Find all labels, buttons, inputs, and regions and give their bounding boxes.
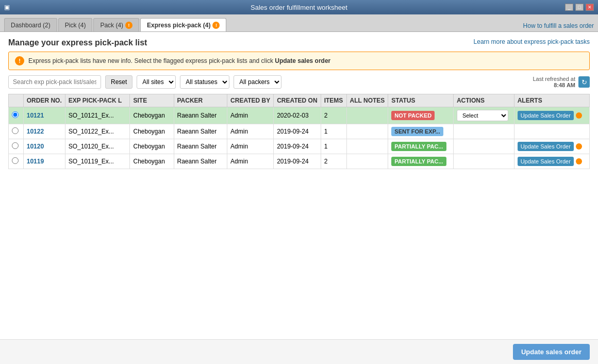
created-on-cell: 2019-09-24 [274, 154, 321, 169]
alert-dot-10121 [576, 112, 582, 119]
pack-alert-icon: ! [125, 22, 132, 29]
page-title: Manage your express pick-pack list [8, 38, 147, 47]
col-header-created-by: CREATED BY [227, 94, 274, 107]
app-icon: ▣ [4, 4, 10, 11]
title-bar: ▣ Sales order fulfillment worksheet _ □ … [0, 0, 598, 14]
col-header-alerts: ALERTS [514, 94, 589, 107]
all-notes-cell [346, 124, 388, 139]
all-notes-cell [346, 107, 388, 124]
tab-dashboard[interactable]: Dashboard (2) [4, 18, 57, 31]
status-badge: PARTIALLY PAC... [391, 142, 446, 151]
exp-pick-pack-cell: SO_10120_Ex... [65, 139, 130, 154]
col-header-order-no: ORDER NO. [23, 94, 65, 107]
created-on-cell: 2020-02-03 [274, 107, 321, 124]
help-link[interactable]: How to fulfill a sales order [523, 22, 594, 31]
refresh-section: Last refreshed at 8:48 AM ↻ [533, 76, 590, 88]
window-title: Sales order fulfillment worksheet [251, 4, 347, 11]
learn-more-link[interactable]: Learn more about express pick-pack tasks [474, 38, 590, 45]
tab-dashboard-label: Dashboard (2) [11, 22, 51, 29]
order-link-10121[interactable]: 10121 [27, 112, 44, 119]
maximize-button[interactable]: □ [575, 4, 584, 11]
col-header-created-on: CREATED ON [274, 94, 321, 107]
table-row: 10122SO_10122_Ex...CheboyganRaeann Salte… [9, 124, 590, 139]
tab-express-label: Express pick-pack (4) [147, 22, 210, 29]
col-header-actions: ACTIONS [453, 94, 514, 107]
update-sales-order-row-btn-10121[interactable]: Update Sales Order [518, 111, 574, 120]
all-notes-cell [346, 139, 388, 154]
alert-banner-text: Express pick-pack lists have new info. S… [28, 57, 330, 64]
refresh-button[interactable]: ↻ [578, 76, 590, 88]
created-by-cell: Admin [227, 154, 274, 169]
all-notes-cell [346, 154, 388, 169]
created-by-cell: Admin [227, 124, 274, 139]
status-badge: NOT PACKED [391, 111, 435, 120]
packer-cell: Raeann Salter [174, 107, 227, 124]
col-header-all-notes: ALL NOTES [346, 94, 388, 107]
col-header-packer: PACKER [174, 94, 227, 107]
close-button[interactable]: ✕ [586, 4, 594, 11]
sites-filter[interactable]: All sites [137, 75, 176, 89]
express-alert-icon: ! [212, 22, 220, 29]
tabs: Dashboard (2) Pick (4) Pack (4) ! Expres… [4, 18, 226, 31]
exp-pick-pack-cell: SO_10121_Ex... [65, 107, 130, 124]
update-sales-order-button[interactable]: Update sales order [513, 344, 590, 360]
row-radio-10120[interactable] [12, 142, 19, 149]
created-by-cell: Admin [227, 139, 274, 154]
page-header: Manage your express pick-pack list Learn… [8, 38, 590, 47]
created-on-cell: 2019-09-24 [274, 139, 321, 154]
main-content: Manage your express pick-pack list Learn… [0, 32, 598, 364]
tab-express-pick-pack[interactable]: Express pick-pack (4) ! [140, 18, 226, 31]
minimize-button[interactable]: _ [565, 4, 573, 11]
items-cell: 2 [321, 154, 346, 169]
alert-banner: ! Express pick-pack lists have new info.… [8, 52, 590, 70]
site-cell: Cheboygan [130, 154, 174, 169]
window-controls: _ □ ✕ [565, 4, 594, 11]
exp-pick-pack-cell: SO_10119_Ex... [65, 154, 130, 169]
row-radio-10121[interactable] [12, 111, 19, 118]
items-cell: 1 [321, 139, 346, 154]
alert-banner-icon: ! [15, 56, 24, 65]
tab-pick[interactable]: Pick (4) [58, 18, 93, 31]
col-header-site: SITE [130, 94, 174, 107]
statuses-filter[interactable]: All statuses [180, 75, 229, 89]
tab-pick-label: Pick (4) [65, 22, 86, 29]
alert-dot-10119 [576, 158, 582, 164]
tab-pack[interactable]: Pack (4) ! [93, 18, 139, 31]
packer-cell: Raeann Salter [174, 154, 227, 169]
items-cell: 1 [321, 124, 346, 139]
col-header-radio [9, 94, 24, 107]
site-cell: Cheboygan [130, 107, 174, 124]
last-refreshed-time: 8:48 AM [533, 82, 575, 88]
order-link-10122[interactable]: 10122 [27, 128, 44, 135]
row-radio-10119[interactable] [12, 157, 19, 164]
status-badge: PARTIALLY PAC... [391, 157, 446, 166]
packer-cell: Raeann Salter [174, 139, 227, 154]
items-cell: 2 [321, 107, 346, 124]
col-header-status: STATUS [388, 94, 454, 107]
update-sales-order-row-btn-10120[interactable]: Update Sales Order [518, 142, 574, 151]
action-select-10121[interactable]: Select [457, 110, 508, 121]
order-link-10120[interactable]: 10120 [27, 143, 44, 150]
tab-pack-label: Pack (4) [100, 22, 123, 29]
tab-bar: Dashboard (2) Pick (4) Pack (4) ! Expres… [0, 14, 598, 32]
bottom-bar: Update sales order [0, 339, 598, 364]
exp-pick-pack-cell: SO_10122_Ex... [65, 124, 130, 139]
alert-dot-10120 [576, 143, 582, 150]
packer-cell: Raeann Salter [174, 124, 227, 139]
col-header-items: ITEMS [321, 94, 346, 107]
status-badge: SENT FOR EXP... [391, 127, 443, 136]
site-cell: Cheboygan [130, 139, 174, 154]
search-input[interactable] [8, 75, 101, 89]
packers-filter[interactable]: All packers [234, 75, 281, 89]
table-row: 10120SO_10120_Ex...CheboyganRaeann Salte… [9, 139, 590, 154]
col-header-exp-pick-pack: EXP PICK-PACK L [65, 94, 130, 107]
created-by-cell: Admin [227, 107, 274, 124]
data-table: ORDER NO. EXP PICK-PACK L SITE PACKER CR… [8, 94, 590, 169]
last-refreshed-label: Last refreshed at [533, 76, 575, 82]
created-on-cell: 2019-09-24 [274, 124, 321, 139]
site-cell: Cheboygan [130, 124, 174, 139]
update-sales-order-row-btn-10119[interactable]: Update Sales Order [518, 157, 574, 166]
reset-button[interactable]: Reset [105, 75, 132, 89]
order-link-10119[interactable]: 10119 [27, 158, 44, 165]
row-radio-10122[interactable] [12, 127, 19, 134]
